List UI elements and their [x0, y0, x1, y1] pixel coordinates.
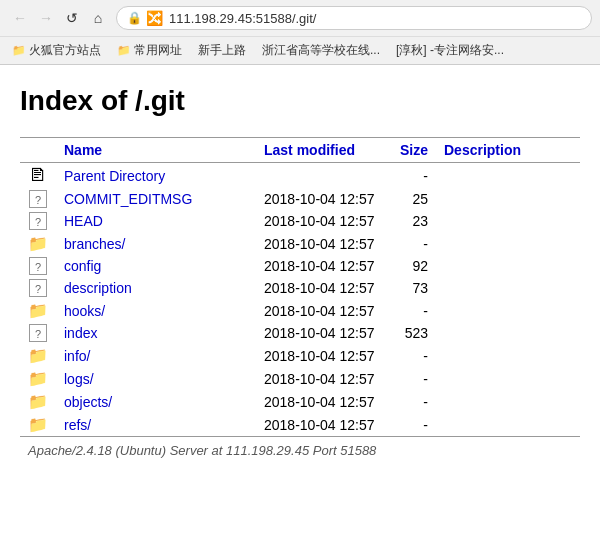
- row-name[interactable]: branches/: [56, 232, 256, 255]
- row-size: -: [386, 390, 436, 413]
- bookmark-other[interactable]: [淳秋] -专注网络安...: [392, 40, 508, 61]
- row-modified: 2018-10-04 12:57: [256, 390, 386, 413]
- row-icon: 📁: [20, 367, 56, 390]
- row-name[interactable]: objects/: [56, 390, 256, 413]
- modified-col-header: Last modified: [256, 138, 386, 163]
- page-content: Index of /.git Name Last modified Size D…: [0, 65, 600, 484]
- row-modified: 2018-10-04 12:57: [256, 299, 386, 322]
- row-name[interactable]: logs/: [56, 367, 256, 390]
- row-icon: ?: [20, 255, 56, 277]
- table-footer-row: Apache/2.4.18 (Ubuntu) Server at 111.198…: [20, 437, 580, 465]
- row-icon: 📁: [20, 299, 56, 322]
- row-size: 523: [386, 322, 436, 344]
- server-info: Apache/2.4.18 (Ubuntu) Server at 111.198…: [20, 437, 580, 465]
- row-icon: 📁: [20, 413, 56, 437]
- row-modified: 2018-10-04 12:57: [256, 367, 386, 390]
- row-desc: [436, 322, 580, 344]
- row-desc: [436, 344, 580, 367]
- row-name[interactable]: config: [56, 255, 256, 277]
- row-name[interactable]: hooks/: [56, 299, 256, 322]
- table-row: ?index2018-10-04 12:57523: [20, 322, 580, 344]
- row-modified: 2018-10-04 12:57: [256, 188, 386, 210]
- size-col-header: Size: [386, 138, 436, 163]
- row-desc: [436, 188, 580, 210]
- row-size: -: [386, 299, 436, 322]
- row-name[interactable]: HEAD: [56, 210, 256, 232]
- table-row: 📁info/2018-10-04 12:57-: [20, 344, 580, 367]
- row-modified: 2018-10-04 12:57: [256, 344, 386, 367]
- table-row: 📁objects/2018-10-04 12:57-: [20, 390, 580, 413]
- table-row: ?description2018-10-04 12:5773: [20, 277, 580, 299]
- address-text: 111.198.29.45:51588/.git/: [169, 11, 581, 26]
- row-modified: 2018-10-04 12:57: [256, 210, 386, 232]
- row-name[interactable]: index: [56, 322, 256, 344]
- row-icon: ?: [20, 277, 56, 299]
- row-icon: 📁: [20, 344, 56, 367]
- row-desc: [436, 390, 580, 413]
- forward-button[interactable]: →: [34, 6, 58, 30]
- row-name[interactable]: info/: [56, 344, 256, 367]
- row-modified: [256, 163, 386, 189]
- bookmark-firefox[interactable]: 火狐官方站点: [8, 40, 105, 61]
- row-modified: 2018-10-04 12:57: [256, 232, 386, 255]
- row-desc: [436, 255, 580, 277]
- row-desc: [436, 277, 580, 299]
- table-row: ?config2018-10-04 12:5792: [20, 255, 580, 277]
- table-row: ?HEAD2018-10-04 12:5723: [20, 210, 580, 232]
- address-bar[interactable]: 🔒 🔀 111.198.29.45:51588/.git/: [116, 6, 592, 30]
- row-modified: 2018-10-04 12:57: [256, 255, 386, 277]
- row-icon: ?: [20, 322, 56, 344]
- table-row: 🖹Parent Directory-: [20, 163, 580, 189]
- table-row: 📁logs/2018-10-04 12:57-: [20, 367, 580, 390]
- bookmark-newbie[interactable]: 新手上路: [194, 40, 250, 61]
- table-row: 📁branches/2018-10-04 12:57-: [20, 232, 580, 255]
- nav-buttons: ← → ↺ ⌂: [8, 6, 110, 30]
- row-desc: [436, 367, 580, 390]
- row-desc: [436, 210, 580, 232]
- row-icon: 🖹: [20, 163, 56, 189]
- bookmark-zhejiang[interactable]: 浙江省高等学校在线...: [258, 40, 384, 61]
- row-size: -: [386, 163, 436, 189]
- row-size: -: [386, 367, 436, 390]
- row-size: 73: [386, 277, 436, 299]
- bookmarks-bar: 火狐官方站点 常用网址 新手上路 浙江省高等学校在线... [淳秋] -专注网络…: [0, 36, 600, 64]
- row-size: -: [386, 232, 436, 255]
- table-row: ?COMMIT_EDITMSG2018-10-04 12:5725: [20, 188, 580, 210]
- address-bar-icons: 🔒 🔀: [127, 10, 163, 26]
- bookmark-common[interactable]: 常用网址: [113, 40, 186, 61]
- row-icon: 📁: [20, 232, 56, 255]
- row-icon: 📁: [20, 390, 56, 413]
- home-button[interactable]: ⌂: [86, 6, 110, 30]
- table-row: 📁hooks/2018-10-04 12:57-: [20, 299, 580, 322]
- row-desc: [436, 413, 580, 437]
- row-name[interactable]: description: [56, 277, 256, 299]
- browser-chrome: ← → ↺ ⌂ 🔒 🔀 111.198.29.45:51588/.git/ 火狐…: [0, 0, 600, 65]
- row-modified: 2018-10-04 12:57: [256, 322, 386, 344]
- directory-table: Name Last modified Size Description 🖹Par…: [20, 137, 580, 464]
- row-size: 23: [386, 210, 436, 232]
- row-size: 92: [386, 255, 436, 277]
- row-name[interactable]: refs/: [56, 413, 256, 437]
- page-title: Index of /.git: [20, 85, 580, 117]
- row-size: -: [386, 344, 436, 367]
- row-modified: 2018-10-04 12:57: [256, 277, 386, 299]
- browser-toolbar: ← → ↺ ⌂ 🔒 🔀 111.198.29.45:51588/.git/: [0, 0, 600, 36]
- row-icon: ?: [20, 188, 56, 210]
- secure-icon: 🔒: [127, 11, 142, 25]
- row-desc: [436, 299, 580, 322]
- table-row: 📁refs/2018-10-04 12:57-: [20, 413, 580, 437]
- desc-col-header: Description: [436, 138, 580, 163]
- row-modified: 2018-10-04 12:57: [256, 413, 386, 437]
- row-name[interactable]: Parent Directory: [56, 163, 256, 189]
- icon-col-header: [20, 138, 56, 163]
- row-desc: [436, 232, 580, 255]
- name-col-header: Name: [56, 138, 256, 163]
- row-size: -: [386, 413, 436, 437]
- redirect-icon: 🔀: [146, 10, 163, 26]
- table-header-row: Name Last modified Size Description: [20, 138, 580, 163]
- reload-button[interactable]: ↺: [60, 6, 84, 30]
- row-icon: ?: [20, 210, 56, 232]
- row-name[interactable]: COMMIT_EDITMSG: [56, 188, 256, 210]
- row-size: 25: [386, 188, 436, 210]
- back-button[interactable]: ←: [8, 6, 32, 30]
